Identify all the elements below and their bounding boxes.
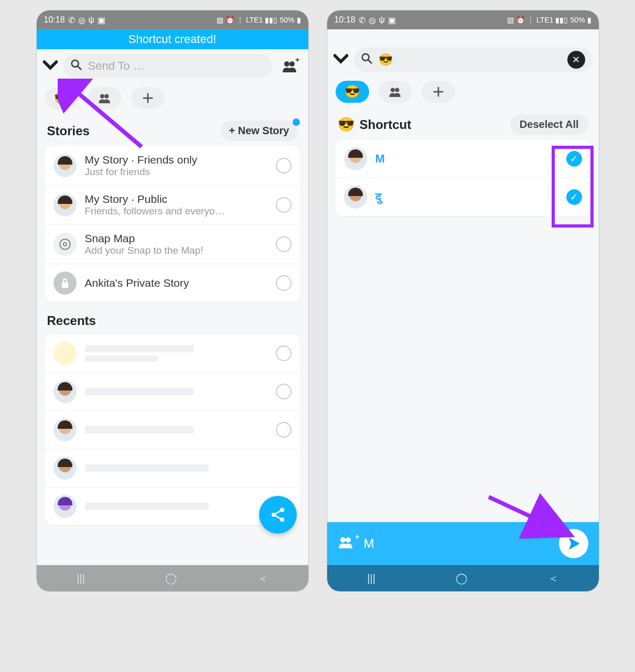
stories-header: Stories + New Story <box>37 113 308 146</box>
avatar <box>53 193 77 216</box>
recent-row[interactable] <box>45 373 300 411</box>
shortcut-chips: 😎 <box>327 77 599 107</box>
phone-right: 10:18 ✆ ◎ ψ ▣ ▧ ⏰ ⋮ LTE1 ▮▮▯ 50% ▮ 😎 ✕ <box>327 10 599 591</box>
member-row[interactable]: M ✓ <box>336 140 590 178</box>
avatar <box>53 380 77 403</box>
lte-icon: LTE1 <box>536 16 553 24</box>
add-shortcut-chip[interactable] <box>422 81 455 103</box>
nav-home-icon[interactable]: ◯ <box>165 572 177 584</box>
avatar <box>53 457 77 480</box>
search-header: 😎 ✕ <box>327 43 599 77</box>
stories-card: My Story · Friends only Just for friends… <box>45 146 300 302</box>
svg-line-1 <box>77 66 80 69</box>
new-story-dot-icon <box>293 118 300 126</box>
svg-rect-10 <box>61 282 68 288</box>
send-bar: + M <box>327 522 599 565</box>
whatsapp-icon: ✆ <box>68 15 75 25</box>
member-name: M <box>375 152 385 165</box>
nav-back-icon[interactable]: ＜ <box>548 571 558 586</box>
send-button[interactable] <box>559 529 588 558</box>
recent-row[interactable] <box>45 411 300 449</box>
member-row[interactable]: दु ✓ <box>336 178 590 216</box>
instagram-icon: ◎ <box>369 15 376 25</box>
shortcut-emoji-chip[interactable]: 😎 <box>45 87 79 109</box>
svg-line-18 <box>368 60 371 63</box>
wifi-icon: ⋮ <box>527 16 534 24</box>
signal-icon: ▮▮▯ <box>555 16 568 24</box>
select-radio-checked[interactable]: ✓ <box>566 151 582 167</box>
shortcut-label: Shortcut <box>360 117 412 132</box>
story-row-private[interactable]: Ankita's Private Story <box>45 264 300 302</box>
map-pin-icon <box>53 233 77 256</box>
groups-chip[interactable] <box>88 87 122 109</box>
select-radio[interactable] <box>276 384 292 399</box>
groups-chip[interactable] <box>379 81 412 103</box>
nav-recents-icon[interactable]: ||| <box>77 572 85 584</box>
nav-bar: ||| ◯ ＜ <box>327 565 599 591</box>
collapse-chevron-icon[interactable] <box>333 51 348 68</box>
story-row-snapmap[interactable]: Snap Map Add your Snap to the Map! <box>45 225 300 264</box>
svg-point-20 <box>395 88 399 92</box>
deselect-all-button[interactable]: Deselect All <box>510 114 588 135</box>
nav-home-icon[interactable]: ◯ <box>456 572 467 584</box>
whatsapp-icon: ✆ <box>359 15 365 25</box>
search-icon <box>361 52 372 67</box>
lte-icon: LTE1 <box>246 16 263 24</box>
avatar <box>344 186 367 209</box>
vibrate-icon: ▧ <box>217 16 223 24</box>
search-box[interactable]: Send To … <box>63 54 273 78</box>
select-radio[interactable] <box>276 236 292 252</box>
svg-line-15 <box>275 515 281 519</box>
nav-back-icon[interactable]: ＜ <box>257 571 268 586</box>
select-radio[interactable] <box>276 158 292 174</box>
search-box[interactable]: 😎 ✕ <box>353 48 593 72</box>
battery-icon: ▮ <box>297 16 301 24</box>
recent-row[interactable] <box>45 449 300 487</box>
shortcut-emoji-chip[interactable]: 😎 <box>336 81 369 103</box>
add-to-group-icon[interactable]: + <box>338 536 354 552</box>
story-row-friends[interactable]: My Story · Friends only Just for friends <box>45 146 300 186</box>
svg-point-19 <box>390 88 394 92</box>
recents-card <box>45 334 300 525</box>
svg-point-23 <box>340 537 346 543</box>
alarm-icon: ⏰ <box>225 16 234 24</box>
select-radio[interactable] <box>276 345 292 361</box>
battery-icon: ▮ <box>587 16 591 24</box>
nav-recents-icon[interactable]: ||| <box>367 572 375 584</box>
select-radio[interactable] <box>276 197 292 213</box>
recents-label: Recents <box>37 302 308 334</box>
avatar <box>53 495 77 518</box>
collapse-chevron-icon[interactable] <box>43 58 58 74</box>
add-group-button[interactable]: + <box>278 56 302 77</box>
status-bar: 10:18 ✆ ◎ ψ ▣ ▧ ⏰ ⋮ LTE1 ▮▮▯ 50% ▮ <box>37 10 308 29</box>
search-value: 😎 <box>379 53 393 67</box>
share-fab[interactable] <box>259 496 297 534</box>
svg-line-14 <box>275 511 281 514</box>
vibrate-icon: ▧ <box>507 16 514 24</box>
lock-icon <box>53 272 77 295</box>
select-radio[interactable] <box>276 275 292 291</box>
battery-text: 50% <box>570 16 585 24</box>
search-placeholder: Send To … <box>88 59 265 73</box>
add-shortcut-chip[interactable] <box>131 87 165 109</box>
avatar <box>53 418 77 441</box>
recent-row[interactable] <box>45 334 300 373</box>
shortcut-chips: 😎 <box>37 83 308 113</box>
shortcut-members-card: M ✓ दु ✓ <box>336 140 590 216</box>
svg-point-5 <box>104 94 109 99</box>
svg-point-3 <box>289 61 295 67</box>
usb-icon: ψ <box>379 15 385 25</box>
shortcut-section-header: 😎 Shortcut Deselect All <box>327 107 599 140</box>
svg-point-24 <box>346 537 351 543</box>
recipient-name: M <box>364 536 550 551</box>
select-radio[interactable] <box>276 422 292 438</box>
svg-point-8 <box>60 239 70 250</box>
clear-search-icon[interactable]: ✕ <box>567 51 585 69</box>
new-story-button[interactable]: + New Story <box>220 121 297 141</box>
avatar <box>344 147 367 170</box>
nav-bar: ||| ◯ ＜ <box>37 565 308 591</box>
send-to-header: Send To … + <box>37 49 308 83</box>
select-radio-checked[interactable]: ✓ <box>566 189 582 205</box>
story-row-public[interactable]: My Story · Public Friends, followers and… <box>45 186 300 225</box>
gallery-icon: ▣ <box>388 15 396 25</box>
